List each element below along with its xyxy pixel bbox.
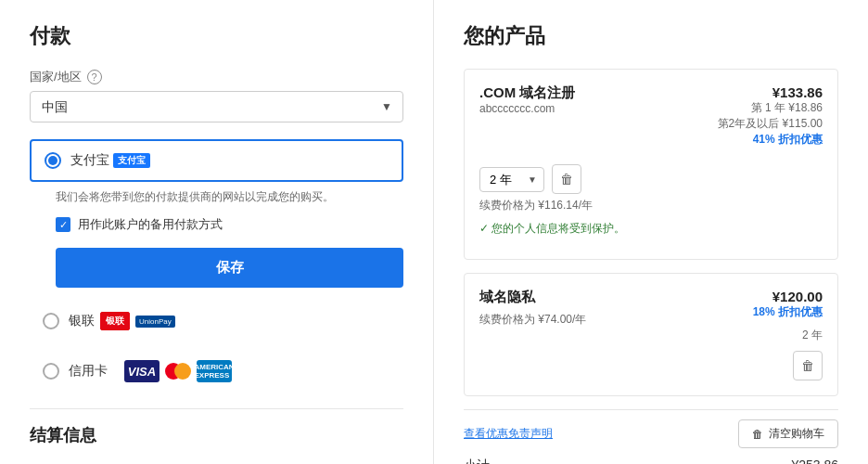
country-select[interactable]: 中国 美国 香港	[30, 91, 403, 122]
left-title: 付款	[30, 22, 403, 50]
help-icon[interactable]: ?	[87, 70, 102, 84]
clear-cart-label: 清空购物车	[769, 426, 824, 442]
privacy-right: ¥120.00 18% 折扣优惠 2 年	[753, 289, 823, 343]
cart-actions-row: 查看优惠免责声明 🗑 清空购物车	[464, 409, 838, 448]
left-panel: 付款 国家/地区 ? 中国 美国 香港 ▼ 支付宝 支付宝 我们会将您带到您的付…	[0, 0, 434, 464]
subsequent-price: 第2年及以后 ¥115.00	[718, 116, 823, 132]
unionpay-radio	[43, 313, 59, 329]
domain-remove-button[interactable]: 🗑	[552, 164, 581, 194]
unionpay-text: 银联	[69, 313, 95, 329]
alipay-radio	[45, 152, 61, 169]
subtotal-row: 小计 ¥253.86	[464, 458, 838, 464]
unionpay-badge-red: 银联	[100, 312, 130, 330]
amex-logo: AMERICAN EXPRESS	[197, 360, 232, 382]
privacy-discount: 18% 折扣优惠	[753, 304, 823, 320]
privacy-left: 域名隐私 续费价格为 ¥74.00/年	[479, 289, 753, 335]
alipay-sub-info: 我们会将您带到您的付款提供商的网站以完成您的购买。	[56, 189, 403, 205]
first-year-price: 第 1 年 ¥18.86	[718, 100, 823, 116]
divider	[30, 408, 403, 409]
protection-note: ✓ 您的个人信息将受到保护。	[479, 221, 823, 237]
privacy-price: ¥120.00	[753, 289, 823, 304]
privacy-remove-button[interactable]: 🗑	[793, 351, 823, 380]
year-select-wrapper: 2 年 1 年 3 年 ▼	[479, 167, 544, 192]
unionpay-badge-blue: UnionPay	[135, 316, 175, 328]
card-logos: VISA AMERICAN EXPRESS	[124, 360, 232, 382]
backup-payment-row[interactable]: ✓ 用作此账户的备用付款方式	[56, 216, 403, 233]
backup-checkbox[interactable]: ✓	[56, 217, 70, 232]
mc-right-circle	[174, 363, 191, 380]
trash-icon: 🗑	[752, 428, 763, 441]
unionpay-logo: 银联 银联 UnionPay	[69, 312, 175, 330]
domain-product-name: .COM 域名注册	[479, 84, 718, 102]
domain-renewal-price: 续费价格为 ¥116.14/年	[479, 198, 823, 213]
alipay-logo: 支付宝 支付宝	[70, 152, 150, 169]
backup-label: 用作此账户的备用付款方式	[78, 216, 223, 233]
domain-discount: 41% 折扣优惠	[718, 132, 823, 148]
creditcard-radio	[43, 363, 59, 380]
right-panel: 您的产品 .COM 域名注册 abccccccc.com ¥133.86 第 1…	[434, 0, 868, 464]
summary-section: 小计 ¥253.86 税款和费用 ¥0.28 是否有促销码？	[464, 458, 838, 464]
product-main-row: .COM 域名注册 abccccccc.com ¥133.86 第 1 年 ¥1…	[479, 84, 823, 155]
privacy-product-item: 域名隐私 续费价格为 ¥74.00/年 ¥120.00 18% 折扣优惠 2 年…	[464, 273, 838, 396]
mastercard-logo	[165, 363, 191, 380]
subtotal-label: 小计	[464, 458, 490, 464]
country-select-wrapper: 中国 美国 香港 ▼	[30, 91, 403, 122]
domain-name-sub: abccccccc.com	[479, 102, 718, 115]
product-left: .COM 域名注册 abccccccc.com	[479, 84, 718, 117]
domain-price: ¥133.86	[718, 84, 823, 100]
country-label: 国家/地区 ?	[30, 69, 403, 85]
creditcard-text: 信用卡	[69, 363, 108, 380]
alipay-option[interactable]: 支付宝 支付宝	[30, 139, 403, 182]
visa-logo: VISA	[124, 360, 160, 382]
privacy-main-row: 域名隐私 续费价格为 ¥74.00/年 ¥120.00 18% 折扣优惠 2 年	[479, 289, 823, 343]
billing-title: 结算信息	[30, 424, 403, 446]
alipay-text: 支付宝	[70, 152, 109, 169]
domain-product-item: .COM 域名注册 abccccccc.com ¥133.86 第 1 年 ¥1…	[464, 69, 838, 260]
save-button[interactable]: 保存	[56, 248, 403, 288]
creditcard-option[interactable]: 信用卡 VISA AMERICAN EXPRESS	[30, 349, 403, 393]
promo-link[interactable]: 查看优惠免责声明	[464, 426, 553, 442]
check-icon: ✓	[59, 219, 68, 231]
right-title: 您的产品	[464, 22, 838, 50]
alipay-badge: 支付宝	[113, 153, 150, 168]
unionpay-option[interactable]: 银联 银联 UnionPay	[30, 301, 403, 342]
clear-cart-button[interactable]: 🗑 清空购物车	[738, 419, 838, 448]
year-select[interactable]: 2 年 1 年 3 年	[479, 167, 544, 192]
product-right: ¥133.86 第 1 年 ¥18.86 第2年及以后 ¥115.00 41% …	[718, 84, 823, 155]
privacy-name: 域名隐私	[479, 289, 753, 306]
alipay-radio-inner	[48, 156, 57, 165]
year-select-row: 2 年 1 年 3 年 ▼ 🗑	[479, 164, 823, 194]
privacy-renewal-price: 续费价格为 ¥74.00/年	[479, 312, 753, 328]
privacy-years: 2 年	[753, 328, 823, 343]
subtotal-value: ¥253.86	[791, 458, 838, 464]
